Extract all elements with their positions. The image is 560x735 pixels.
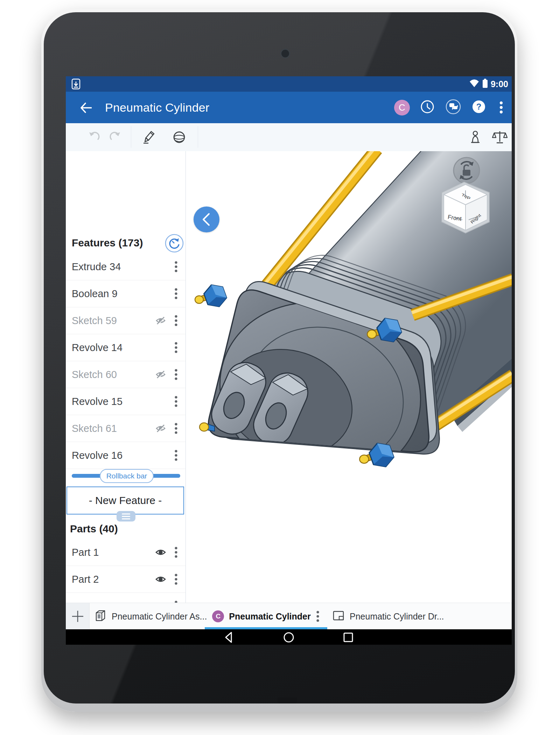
app-bar: Pneumatic Cylinder C ?	[66, 92, 512, 123]
usb-port-notch	[278, 698, 297, 704]
tab-label: Pneumatic Cylinder Dr...	[350, 611, 444, 622]
row-overflow-icon[interactable]	[170, 545, 182, 559]
visible-eye-icon[interactable]	[151, 600, 170, 603]
row-overflow-icon[interactable]	[170, 572, 182, 586]
tab-part-studio-active[interactable]: C Pneumatic Cylinder	[205, 603, 327, 630]
screenshot-notification-icon	[71, 78, 80, 91]
user-avatar[interactable]: C	[394, 100, 410, 115]
row-overflow-icon[interactable]	[170, 421, 182, 435]
android-nav-bar	[66, 629, 512, 645]
tab-assembly[interactable]: Pneumatic Cylinder As...	[89, 603, 212, 630]
model-viewport[interactable]: Top Front Right	[186, 151, 512, 603]
feature-row[interactable]: Boolean 9	[66, 280, 186, 307]
back-arrow-icon[interactable]	[78, 100, 94, 115]
overflow-menu-icon[interactable]	[499, 100, 503, 117]
part-label: Part 1	[72, 547, 151, 558]
row-overflow-icon[interactable]	[170, 341, 182, 355]
tab-drawing[interactable]: Pneumatic Cylinder Dr...	[327, 603, 449, 630]
row-overflow-icon[interactable]	[170, 287, 182, 301]
document-tab-bar: Pneumatic Cylinder As... C Pneumatic Cyl…	[66, 603, 512, 630]
status-time: 9:00	[491, 79, 508, 89]
pneumatic-cylinder-model: Top Front Right	[186, 151, 512, 603]
features-header: Features (173)	[72, 237, 143, 249]
feature-label: Sketch 61	[72, 423, 151, 434]
hidden-eye-icon[interactable]	[151, 422, 170, 434]
feature-row[interactable]: Sketch 59	[66, 307, 186, 334]
nav-home-button[interactable]	[282, 631, 295, 644]
app-screen: 9:00 Pneumatic Cylinder C	[66, 76, 512, 645]
add-tab-button[interactable]	[66, 603, 90, 630]
parts-header: Parts (40)	[70, 523, 118, 535]
svg-text:?: ?	[476, 102, 482, 111]
sketch-pencil-icon[interactable]	[139, 127, 159, 147]
document-title: Pneumatic Cylinder	[105, 92, 209, 123]
hidden-eye-icon[interactable]	[151, 315, 170, 327]
status-bar: 9:00	[66, 76, 512, 92]
tablet-glass-bezel: 9:00 Pneumatic Cylinder C	[44, 12, 515, 704]
front-camera	[280, 49, 290, 58]
row-overflow-icon[interactable]	[170, 314, 182, 328]
view-cube[interactable]: Top Front Right	[442, 182, 489, 233]
feature-row[interactable]: Sketch 61	[66, 415, 186, 442]
tablet-device-frame: 9:00 Pneumatic Cylinder C	[41, 9, 517, 712]
feature-label: Boolean 9	[72, 288, 151, 300]
rotation-lock-button[interactable]	[454, 158, 479, 183]
features-list: Extrude 34 Boolean 9 Sketch 59 Revolve 1…	[66, 253, 186, 469]
feature-label: Revolve 15	[72, 396, 151, 407]
rollback-history-icon[interactable]	[165, 234, 184, 254]
row-overflow-icon[interactable]	[170, 599, 182, 603]
tie-rod-nut-top-left[interactable]	[195, 285, 227, 307]
feature-label: Extrude 34	[72, 261, 151, 273]
part-label: Part 2	[72, 574, 151, 585]
rollback-bar-pill[interactable]: Rollback bar	[100, 469, 154, 483]
tab-avatar: C	[212, 610, 224, 622]
nav-recents-button[interactable]	[342, 631, 355, 644]
undo-icon[interactable]	[84, 127, 104, 147]
tab-label: Pneumatic Cylinder As...	[112, 611, 207, 622]
feature-label: Revolve 16	[72, 450, 151, 461]
row-overflow-icon[interactable]	[170, 394, 182, 408]
tab-overflow-icon[interactable]	[316, 609, 320, 623]
feature-label: Sketch 59	[72, 315, 151, 327]
assembly-doc-icon	[94, 609, 107, 623]
tab-label: Pneumatic Cylinder	[229, 611, 310, 622]
battery-icon	[482, 78, 488, 90]
new-feature-button[interactable]: - New Feature -	[66, 486, 184, 514]
versions-clock-icon[interactable]	[419, 99, 435, 116]
hidden-eye-icon[interactable]	[151, 369, 170, 380]
visible-eye-icon[interactable]	[151, 573, 170, 585]
person-figure-icon[interactable]	[465, 127, 485, 147]
help-icon[interactable]: ?	[471, 99, 486, 116]
row-overflow-icon[interactable]	[170, 448, 182, 462]
part-row[interactable]: Part 3	[66, 593, 186, 603]
part-row[interactable]: Part 2	[66, 566, 186, 593]
row-overflow-icon[interactable]	[170, 260, 182, 274]
new-feature-drag-handle[interactable]	[117, 511, 135, 522]
row-overflow-icon[interactable]	[170, 368, 182, 382]
parts-list: Part 1 Part 2 Part 3 Part 4 Part 5	[66, 539, 186, 603]
mass-properties-scales-icon[interactable]	[490, 127, 510, 147]
redo-icon[interactable]	[106, 127, 125, 147]
feature-label: Sketch 60	[72, 369, 151, 380]
wifi-icon	[469, 79, 479, 89]
collapse-panel-button[interactable]	[194, 206, 219, 232]
feature-tree-panel: Features (173) Extrude 34 Boolean 9 Sket…	[66, 151, 186, 603]
comments-icon[interactable]	[445, 98, 462, 117]
feature-row[interactable]: Sketch 60	[66, 361, 186, 388]
modeling-toolbar	[66, 123, 512, 152]
rollback-bar[interactable]: Rollback bar	[66, 465, 186, 486]
feature-label: Revolve 14	[72, 342, 151, 354]
feature-row[interactable]: Extrude 34	[66, 253, 186, 280]
part-row[interactable]: Part 1	[66, 539, 186, 566]
feature-row[interactable]: Revolve 14	[66, 334, 186, 361]
drawing-doc-icon	[332, 609, 345, 623]
feature-row[interactable]: Revolve 15	[66, 388, 186, 415]
visible-eye-icon[interactable]	[151, 546, 170, 558]
shaded-sphere-icon[interactable]	[169, 127, 189, 147]
nav-back-button[interactable]	[223, 631, 236, 644]
